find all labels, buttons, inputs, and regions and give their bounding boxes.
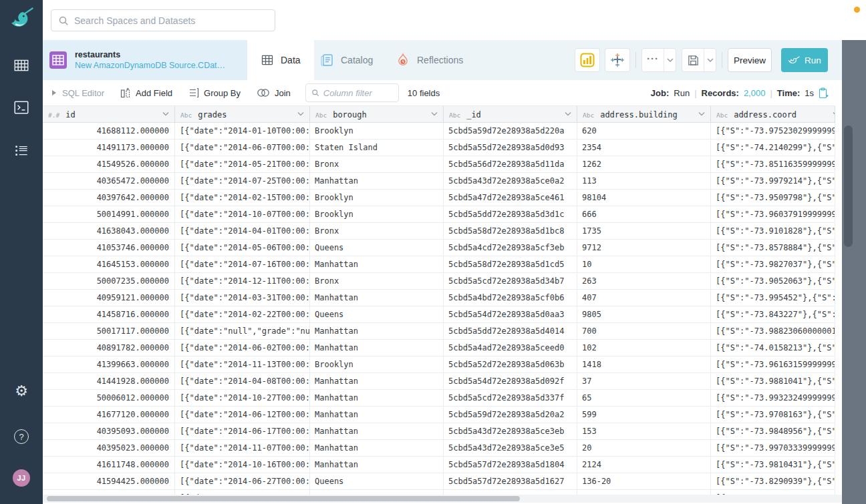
cell-id[interactable]: 41399663.000000 <box>43 356 175 372</box>
cell-id[interactable]: 41594425.000000 <box>43 473 175 489</box>
column-header-grades[interactable]: Abcgrades <box>175 106 310 123</box>
cell-address.coord[interactable]: [{"S":"-73.99703339999999"}, <box>711 440 835 456</box>
cell-address.coord[interactable]: [{"S":"-74.0158213"},{"S":"40 <box>711 340 835 356</box>
cell-borough[interactable]: Manhattan <box>310 290 444 306</box>
cell-_id[interactable]: 5cbd5a54d72e28938a5d092f <box>444 373 577 389</box>
horizontal-scrollbar-thumb[interactable] <box>47 496 520 501</box>
cell-_id[interactable]: 5cbd5a52d72e28938a5d063b <box>444 356 577 372</box>
column-header-address.coord[interactable]: Abcaddress.coord <box>711 106 835 123</box>
cell-borough[interactable]: Manhattan <box>310 323 444 339</box>
cell-borough[interactable]: Bronx <box>310 223 444 239</box>
add-field-button[interactable]: Add Field <box>120 87 172 98</box>
cell-_id[interactable]: 5cbd5a4cd72e28938a5cf3eb <box>444 240 577 256</box>
cell-borough[interactable]: Brooklyn <box>310 206 444 222</box>
cell-_id[interactable] <box>444 490 577 495</box>
cell-id[interactable]: 41688112.000000 <box>43 123 175 139</box>
cell-borough[interactable]: Manhattan <box>310 457 444 473</box>
cell-address.coord[interactable]: [{"S":"-7 <box>711 490 835 495</box>
search-input[interactable] <box>74 15 268 26</box>
cell-address.building[interactable]: 700 <box>577 323 711 339</box>
sidebar-item-jobs[interactable] <box>0 140 43 162</box>
cell-address.coord[interactable]: [{"S":"-73.9101828"},{"S":"40 <box>711 223 835 239</box>
cell-_id[interactable]: 5cbd5a43d72e28938a5ce0a2 <box>444 173 577 189</box>
cell-borough[interactable]: Bronx <box>310 156 444 172</box>
cell-id[interactable]: 40959121.000000 <box>43 290 175 306</box>
cell-id[interactable]: 50014991.000000 <box>43 206 175 222</box>
column-header-address.building[interactable]: Abcaddress.building <box>577 106 711 123</box>
tab-reflections[interactable]: Reflections <box>382 40 476 80</box>
dataset-tab-restaurants[interactable]: restaurants New AmazonDynamoDB Source.CD… <box>43 40 247 80</box>
cell-grades[interactable]: [{"date":"2014-11-13T00:00:00 <box>175 356 310 372</box>
sidebar-item-account[interactable]: JJ <box>0 467 43 489</box>
cell-grades[interactable]: [{"date":" <box>175 490 310 495</box>
cell-_id[interactable]: 5cbd5a56d72e28938a5d11da <box>444 156 577 172</box>
cell-address.building[interactable]: 136-20 <box>577 473 711 489</box>
cell-address.coord[interactable]: [{"S":"-73.9848956"},{"S":"40 <box>711 423 835 439</box>
cell-id[interactable]: 50017117.000000 <box>43 323 175 339</box>
cell-id[interactable]: 41458716.000000 <box>43 306 175 322</box>
cell-id[interactable]: 41611748.000000 <box>43 457 175 473</box>
column-header-_id[interactable]: Abc_id <box>444 106 577 123</box>
cell-id[interactable]: 41549526.000000 <box>43 156 175 172</box>
cell-address.coord[interactable]: [{"S":"-73.97523029999999"}, <box>711 123 835 139</box>
job-value-link[interactable]: Run <box>674 88 690 98</box>
copy-job-results-icon[interactable] <box>819 87 829 99</box>
cell-_id[interactable]: 5cbd5a58d72e28938a5d1bc8 <box>444 223 577 239</box>
cell-_id[interactable]: 5cbd5a5dd72e28938a5d3d1c <box>444 206 577 222</box>
cell-address.building[interactable]: 102 <box>577 340 711 356</box>
cell-address.building[interactable]: 620 <box>577 123 711 139</box>
cell-grades[interactable]: [{"date":"2014-06-02T00:00:00 <box>175 340 310 356</box>
notification-dot[interactable] <box>854 7 860 13</box>
cell-grades[interactable]: [{"date":"2014-10-16T00:00:00 <box>175 457 310 473</box>
column-filter[interactable] <box>305 83 399 102</box>
cell-grades[interactable]: [{"date":"2014-04-08T00:00:00 <box>175 373 310 389</box>
cell-borough[interactable]: Manhattan <box>310 423 444 439</box>
cell-grades[interactable]: [{"date":"2014-10-07T00:00:00 <box>175 206 310 222</box>
cell-address.building[interactable]: 2124 <box>577 457 711 473</box>
cell-address.coord[interactable]: [{"S":"-73.9881041"},{"S":"40 <box>711 373 835 389</box>
cell-address.coord[interactable]: [{"S":"-73.85116359999999"}, <box>711 156 835 172</box>
cell-grades[interactable]: [{"date":"2014-06-17T00:00:00 <box>175 423 310 439</box>
cell-address.building[interactable]: 153 <box>577 423 711 439</box>
cell-grades[interactable]: [{"date":"2014-11-07T00:00:00 <box>175 440 310 456</box>
cell-borough[interactable]: Manhattan <box>310 256 444 272</box>
cell-_id[interactable]: 5cbd5a59d72e28938a5d220a <box>444 123 577 139</box>
cell-address.coord[interactable]: [{"S":"-73.9979214"},{"S":"40 <box>711 173 835 189</box>
cell-_id[interactable]: 5cbd5a54d72e28938a5d0aa3 <box>444 306 577 322</box>
cell-address.building[interactable]: 407 <box>577 290 711 306</box>
cell-_id[interactable]: 5cbd5a57d72e28938a5d1804 <box>444 457 577 473</box>
cell-borough[interactable]: Brooklyn <box>310 190 444 206</box>
cell-address.coord[interactable]: [{"S":"-73.99323249999999"}, <box>711 390 835 406</box>
cell-grades[interactable]: [{"date":"2014-07-25T00:00:00 <box>175 173 310 189</box>
cell-grades[interactable]: [{"date":"2014-05-06T00:00:00 <box>175 240 310 256</box>
cell-borough[interactable]: Manhattan <box>310 390 444 406</box>
cell-_id[interactable]: 5cbd5a5cd72e28938a5d337f <box>444 390 577 406</box>
global-search[interactable] <box>51 9 275 31</box>
cell-borough[interactable]: Brooklyn <box>310 123 444 139</box>
more-actions-dropdown[interactable] <box>664 49 676 71</box>
column-header-id[interactable]: #.#id <box>43 106 175 123</box>
column-filter-input[interactable] <box>323 88 393 98</box>
cell-address.building[interactable]: 599 <box>577 407 711 423</box>
cell-borough[interactable]: Queens <box>310 306 444 322</box>
cell-address.building[interactable]: 1735 <box>577 223 711 239</box>
cell-address.coord[interactable]: [{"S":"-73.96037919999999"}, <box>711 206 835 222</box>
sidebar-item-settings[interactable]: ⚙ <box>0 381 43 402</box>
cell-id[interactable]: 50007235.000000 <box>43 273 175 289</box>
cell-grades[interactable]: [{"date":"2014-01-10T00:00:00 <box>175 123 310 139</box>
cell-address.coord[interactable]: [{"S":"-73.8290939"},{"S":"40 <box>711 473 835 489</box>
cell-_id[interactable]: 5cbd5a58d72e28938a5d1cd5 <box>444 256 577 272</box>
cell-grades[interactable]: [{"date":"2014-02-22T00:00:00 <box>175 306 310 322</box>
powerbi-button[interactable] <box>575 48 600 72</box>
join-button[interactable]: Join <box>257 88 291 98</box>
cell-grades[interactable]: [{"date":"null","grade":"null" <box>175 323 310 339</box>
sidebar-item-sql-runner[interactable] <box>0 97 43 118</box>
cell-address.coord[interactable]: [{"S":"-73.843227"},{"S":"40. <box>711 306 835 322</box>
cell-grades[interactable]: [{"date":"2014-07-16T00:00:00 <box>175 256 310 272</box>
cell-id[interactable]: 41053746.000000 <box>43 240 175 256</box>
preview-button[interactable]: Preview <box>728 48 772 72</box>
save-dropdown[interactable] <box>704 49 716 71</box>
cell-address.coord[interactable]: [{"S":"-73.9052063"},{"S":"40 <box>711 273 835 289</box>
cell-borough[interactable]: Manhattan <box>310 440 444 456</box>
vertical-scrollbar-track[interactable] <box>842 40 866 504</box>
